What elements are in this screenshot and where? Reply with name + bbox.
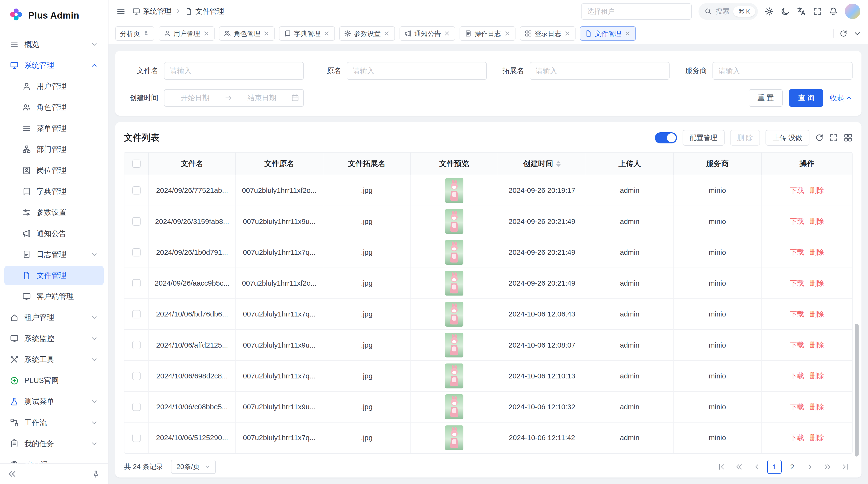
tab-params[interactable]: 参数设置 (339, 26, 395, 41)
dark-mode-icon[interactable] (780, 7, 790, 16)
user-avatar[interactable] (845, 4, 860, 19)
language-icon[interactable] (797, 7, 806, 16)
sidebar-item-sys-tools[interactable]: 系统工具 (4, 350, 103, 370)
sidebar-item-system[interactable]: 系统管理 (4, 56, 103, 75)
delete-link[interactable]: 删除 (810, 371, 824, 381)
sidebar-item-my-tasks[interactable]: 我的任务 (4, 433, 103, 454)
sidebar-item-users[interactable]: 用户管理 (4, 76, 103, 96)
table-fullscreen-icon[interactable] (829, 133, 838, 142)
tab-pin-icon[interactable] (143, 30, 150, 37)
row-checkbox[interactable] (132, 341, 141, 349)
page-button-2[interactable]: 2 (785, 460, 800, 474)
sidebar-item-dicts[interactable]: 字典管理 (4, 182, 103, 201)
sidebar-item-params[interactable]: 参数设置 (4, 202, 103, 223)
delete-link[interactable]: 删除 (810, 247, 824, 257)
next-page-button[interactable] (803, 460, 817, 474)
row-checkbox[interactable] (132, 403, 141, 411)
sidebar-item-tenants[interactable]: 租户管理 (4, 308, 103, 328)
sidebar-item-overview[interactable]: 概览 (4, 34, 103, 54)
fast-next-button[interactable] (820, 460, 835, 474)
sidebar-item-posts[interactable]: 岗位管理 (4, 161, 103, 181)
file-preview-image[interactable] (445, 302, 463, 327)
tab-analysis[interactable]: 分析页 (115, 26, 154, 41)
sort-icons[interactable] (556, 161, 561, 167)
breadcrumb-system-management[interactable]: 系统管理 (132, 6, 172, 17)
extension-input[interactable] (530, 62, 670, 79)
query-button[interactable]: 查 询 (789, 89, 823, 107)
tab-login-logs[interactable]: 登录日志 (520, 26, 576, 41)
sidebar-item-depts[interactable]: 部门管理 (4, 139, 103, 159)
tab-users[interactable]: 用户管理 (159, 26, 214, 41)
app-logo[interactable]: Plus Admin (0, 0, 108, 31)
refresh-page-icon[interactable] (839, 29, 847, 38)
tab-close-icon[interactable] (504, 30, 511, 37)
topbar-fullscreen-icon[interactable] (813, 7, 822, 16)
delete-link[interactable]: 删除 (810, 340, 824, 350)
tab-close-icon[interactable] (323, 30, 330, 37)
filename-input[interactable] (164, 62, 304, 79)
file-preview-image[interactable] (445, 333, 463, 357)
file-preview-image[interactable] (445, 271, 463, 295)
prev-page-button[interactable] (750, 460, 764, 474)
sidebar-item-clients[interactable]: 客户端管理 (4, 287, 103, 306)
select-all-checkbox[interactable] (132, 160, 141, 168)
delete-link[interactable]: 删除 (810, 309, 824, 319)
tenant-select[interactable] (581, 3, 692, 20)
row-checkbox[interactable] (132, 372, 141, 380)
row-checkbox[interactable] (132, 217, 141, 225)
tab-close-icon[interactable] (383, 30, 390, 37)
page-size-select[interactable]: 20条/页 (171, 460, 216, 474)
file-preview-image[interactable] (445, 178, 463, 203)
download-link[interactable]: 下载 (789, 279, 804, 288)
download-link[interactable]: 下载 (789, 340, 804, 350)
file-preview-image[interactable] (445, 425, 463, 450)
delete-link[interactable]: 删除 (810, 279, 824, 288)
table-scrollbar-thumb[interactable] (855, 324, 859, 456)
page-button-1[interactable]: 1 (767, 460, 782, 474)
origin-name-input[interactable] (347, 62, 487, 79)
created-date-range[interactable]: 开始日期 结束日期 (164, 89, 304, 107)
col-created-time[interactable]: 创建时间 (498, 153, 586, 175)
hamburger-menu-button[interactable] (116, 7, 126, 16)
upload-button[interactable]: 上传 没做 (766, 130, 809, 146)
delete-link[interactable]: 删除 (810, 186, 824, 195)
sidebar-item-plus-site[interactable]: PLUS官网 (4, 371, 103, 391)
download-link[interactable]: 下载 (789, 402, 804, 412)
tab-roles[interactable]: 角色管理 (219, 26, 275, 41)
table-refresh-icon[interactable] (815, 133, 824, 142)
fast-prev-button[interactable] (732, 460, 746, 474)
reset-button[interactable]: 重 置 (749, 89, 783, 107)
provider-input[interactable] (712, 62, 852, 79)
sidebar-item-gitee[interactable]: gitee记... (4, 455, 103, 463)
file-preview-image[interactable] (445, 209, 463, 234)
row-checkbox[interactable] (132, 433, 141, 442)
settings-icon[interactable] (765, 7, 774, 16)
row-checkbox[interactable] (132, 186, 141, 195)
tab-options-icon[interactable] (853, 29, 861, 38)
delete-link[interactable]: 删除 (810, 217, 824, 226)
tab-dicts[interactable]: 字典管理 (279, 26, 335, 41)
sidebar-item-files[interactable]: 文件管理 (4, 266, 103, 286)
download-link[interactable]: 下载 (789, 247, 804, 257)
sidebar-item-workflow[interactable]: 工作流 (4, 413, 103, 433)
tab-notices[interactable]: 通知公告 (400, 26, 455, 41)
row-checkbox[interactable] (132, 248, 141, 256)
download-link[interactable]: 下载 (789, 217, 804, 226)
tab-op-logs[interactable]: 操作日志 (460, 26, 515, 41)
sidebar-item-notices[interactable]: 通知公告 (4, 223, 103, 244)
file-preview-image[interactable] (445, 240, 463, 265)
sidebar-item-menus[interactable]: 菜单管理 (4, 118, 103, 138)
first-page-button[interactable] (714, 460, 728, 474)
tab-close-icon[interactable] (263, 30, 270, 37)
tab-files[interactable]: 文件管理 (580, 26, 636, 41)
last-page-button[interactable] (838, 460, 852, 474)
notifications-icon[interactable] (829, 7, 838, 16)
download-link[interactable]: 下载 (789, 433, 804, 443)
column-settings-icon[interactable] (844, 133, 852, 142)
tab-close-icon[interactable] (564, 30, 571, 37)
tab-close-icon[interactable] (444, 30, 451, 37)
file-preview-image[interactable] (445, 363, 463, 388)
batch-delete-button[interactable]: 删 除 (730, 130, 760, 146)
config-manage-button[interactable]: 配置管理 (683, 130, 724, 146)
tab-close-icon[interactable] (203, 30, 210, 37)
